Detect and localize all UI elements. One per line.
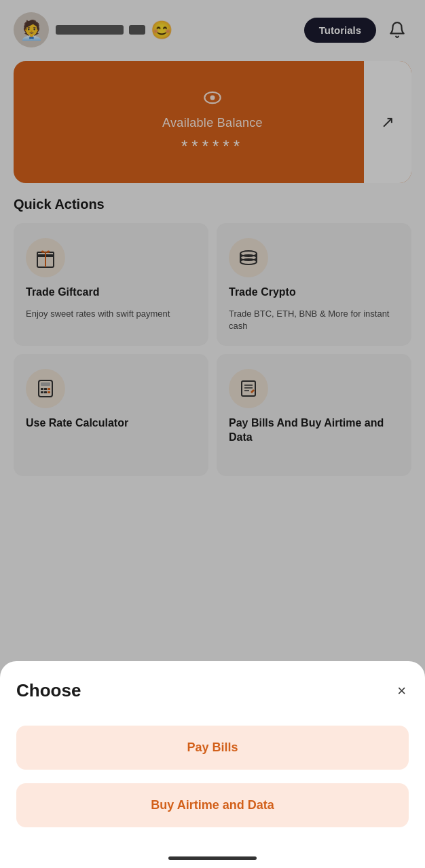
close-sheet-button[interactable]: × [394, 681, 409, 701]
sheet-header: Choose × [16, 680, 409, 701]
choose-bottom-sheet: Choose × Pay Bills Buy Airtime and Data [0, 661, 425, 868]
sheet-title: Choose [16, 680, 81, 701]
home-indicator [168, 856, 257, 860]
buy-airtime-option-button[interactable]: Buy Airtime and Data [16, 783, 409, 827]
pay-bills-option-button[interactable]: Pay Bills [16, 726, 409, 770]
